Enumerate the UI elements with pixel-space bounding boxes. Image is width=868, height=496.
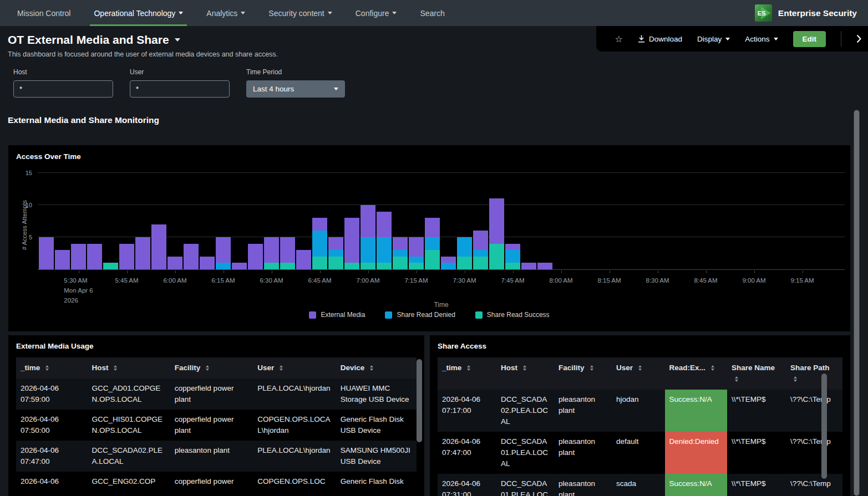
bar-segment-external-media[interactable] — [119, 244, 134, 269]
table-row[interactable]: 2026-04-06 07:47:00DCC_SCADA02.PLEA.LOCA… — [16, 441, 417, 472]
bar-segment-external-media[interactable] — [409, 237, 424, 257]
scrollbar-thumb[interactable] — [417, 359, 422, 442]
bar-segment-external-media[interactable] — [505, 244, 520, 250]
bar-segment-external-media[interactable] — [39, 237, 54, 269]
bar-segment-share-read-success[interactable] — [264, 263, 279, 269]
column-header-read-ex-[interactable]: Read:Ex... — [665, 357, 727, 390]
bar-segment-external-media[interactable] — [87, 244, 102, 269]
bar-segment-external-media[interactable] — [216, 237, 231, 263]
column-header-host[interactable]: Host — [87, 357, 170, 379]
bar-segment-external-media[interactable] — [151, 224, 166, 269]
column-header-facility[interactable]: Facility — [170, 357, 253, 379]
column-header-share-name[interactable]: Share Name — [727, 357, 786, 390]
column-header-device[interactable]: Device — [336, 357, 417, 379]
bar-segment-share-read-denied[interactable] — [393, 250, 408, 257]
bar-segment-share-read-denied[interactable] — [409, 257, 424, 263]
chevron-right-icon[interactable] — [856, 34, 861, 43]
bar-segment-external-media[interactable] — [473, 231, 488, 250]
bar-segment-external-media[interactable] — [296, 250, 311, 269]
bar-segment-external-media[interactable] — [489, 198, 504, 243]
bar-segment-external-media[interactable] — [441, 257, 456, 263]
column-header--time[interactable]: _time — [438, 357, 496, 390]
sort-icon[interactable] — [638, 365, 642, 371]
legend-item-share-read-denied[interactable]: Share Read Denied — [385, 311, 455, 319]
edit-button[interactable]: Edit — [793, 31, 826, 47]
nav-item-search[interactable]: Search — [408, 0, 456, 26]
host-filter-input[interactable] — [13, 80, 113, 98]
scrollbar-thumb[interactable] — [821, 374, 827, 479]
bar-segment-external-media[interactable] — [71, 244, 86, 269]
bar-segment-share-read-denied[interactable] — [457, 237, 472, 257]
bar-segment-external-media[interactable] — [393, 237, 408, 250]
bar-segment-share-read-success[interactable] — [377, 263, 392, 269]
bar-segment-external-media[interactable] — [361, 205, 375, 237]
bar-segment-share-read-denied[interactable] — [312, 231, 327, 256]
sort-icon[interactable] — [794, 376, 797, 382]
bar-segment-external-media[interactable] — [184, 244, 199, 269]
nav-item-security-content[interactable]: Security content — [257, 0, 343, 26]
bar-segment-external-media[interactable] — [248, 244, 263, 269]
bar-segment-share-read-success[interactable] — [425, 250, 440, 269]
bar-segment-share-read-success[interactable] — [473, 257, 488, 269]
bar-segment-share-read-denied[interactable] — [328, 250, 343, 257]
legend-item-external-media[interactable]: External Media — [309, 311, 365, 319]
column-header--time[interactable]: _time — [16, 357, 87, 379]
bar-segment-external-media[interactable] — [537, 263, 552, 269]
bar-segment-external-media[interactable] — [425, 218, 440, 237]
legend-item-share-read-success[interactable]: Share Read Success — [475, 311, 550, 319]
sort-icon[interactable] — [114, 365, 117, 371]
bar-segment-share-read-success[interactable] — [312, 257, 327, 269]
title-caret-icon[interactable] — [175, 38, 180, 42]
column-header-facility[interactable]: Facility — [554, 357, 612, 390]
bar-segment-share-read-denied[interactable] — [425, 237, 440, 250]
table-scrollbar[interactable] — [417, 359, 422, 493]
bar-segment-share-read-success[interactable] — [344, 263, 359, 269]
bar-segment-share-read-denied[interactable] — [216, 263, 231, 269]
bar-segment-share-read-success[interactable] — [280, 263, 295, 269]
sort-icon[interactable] — [467, 365, 470, 371]
time-period-dropdown[interactable]: Last 4 hours — [246, 80, 345, 98]
bar-segment-share-read-success[interactable] — [489, 244, 504, 269]
bar-segment-external-media[interactable] — [377, 212, 392, 237]
bar-segment-share-read-denied[interactable] — [441, 263, 456, 269]
bar-segment-share-read-success[interactable] — [457, 257, 472, 269]
bar-segment-share-read-success[interactable] — [103, 263, 118, 269]
sort-icon[interactable] — [523, 365, 526, 371]
bar-segment-share-read-denied[interactable] — [377, 237, 392, 263]
bar-segment-share-read-success[interactable] — [328, 257, 343, 269]
table-row[interactable]: 2026-04-06 07:50:00GCC_HIS01.COPGEN.OPS.… — [16, 410, 417, 441]
nav-item-analytics[interactable]: Analytics — [195, 0, 257, 26]
bar-segment-external-media[interactable] — [264, 237, 279, 263]
column-header-user[interactable]: User — [612, 357, 664, 390]
nav-item-operational-technology[interactable]: Operational Technology — [82, 0, 195, 26]
bar-segment-external-media[interactable] — [312, 218, 327, 231]
column-header-user[interactable]: User — [253, 357, 336, 379]
bar-segment-external-media[interactable] — [55, 250, 70, 269]
sort-icon[interactable] — [206, 365, 209, 371]
bar-segment-share-read-success[interactable] — [409, 263, 424, 269]
bar-segment-share-read-denied[interactable] — [361, 237, 375, 263]
download-button[interactable]: Download — [638, 35, 682, 43]
sort-icon[interactable] — [280, 365, 283, 371]
bar-segment-share-read-success[interactable] — [361, 263, 375, 269]
favorite-star-icon[interactable]: ☆ — [615, 34, 623, 44]
nav-item-configure[interactable]: Configure — [344, 0, 409, 26]
display-menu-button[interactable]: Display — [697, 35, 730, 43]
table-scrollbar[interactable] — [821, 359, 827, 493]
bar-segment-external-media[interactable] — [344, 218, 359, 263]
bar-segment-external-media[interactable] — [232, 263, 247, 269]
sort-icon[interactable] — [45, 365, 49, 371]
column-header-host[interactable]: Host — [496, 357, 554, 390]
sort-icon[interactable] — [370, 365, 373, 371]
sort-icon[interactable] — [590, 365, 593, 371]
bar-segment-external-media[interactable] — [135, 237, 150, 269]
page-scrollbar-thumb[interactable] — [854, 110, 860, 496]
sort-icon[interactable] — [711, 365, 714, 371]
table-row[interactable]: 2026-04-06 07:47:00DCC_SCADA01.PLEA.LOCA… — [438, 432, 842, 474]
bar-segment-share-read-success[interactable] — [505, 263, 520, 269]
column-header-share-path[interactable]: Share Path — [786, 357, 842, 390]
table-row[interactable]: 2026-04-06 07:59:00GCC_AD01.COPGEN.OPS.L… — [16, 379, 417, 410]
bar-segment-share-read-denied[interactable] — [505, 250, 520, 263]
table-row[interactable]: 2026-04-06GCC_ENG02.COPcopperfield power… — [16, 472, 417, 492]
actions-menu-button[interactable]: Actions — [745, 35, 778, 43]
